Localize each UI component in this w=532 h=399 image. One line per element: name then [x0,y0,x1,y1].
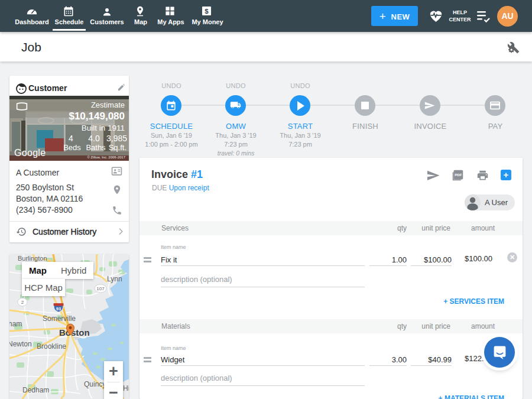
svg-text:Quincy: Quincy [84,380,106,388]
svg-text:2: 2 [21,300,24,305]
svg-text:Somerville: Somerville [43,314,76,323]
svg-text:Newton: Newton [9,340,32,348]
svg-text:Lynn: Lynn [107,275,122,283]
svg-text:Brookline: Brookline [37,342,66,351]
svg-text:Burlington: Burlington [18,255,47,262]
svg-text:Hi: Hi [123,384,129,392]
svg-text:107: 107 [96,286,105,291]
svg-text:93: 93 [56,306,61,312]
svg-text:ham: ham [9,320,22,328]
svg-text:Boston: Boston [59,327,90,338]
svg-text:PDF: PDF [455,173,462,177]
svg-text:$: $ [205,8,209,15]
svg-text:Dedham: Dedham [22,386,49,394]
